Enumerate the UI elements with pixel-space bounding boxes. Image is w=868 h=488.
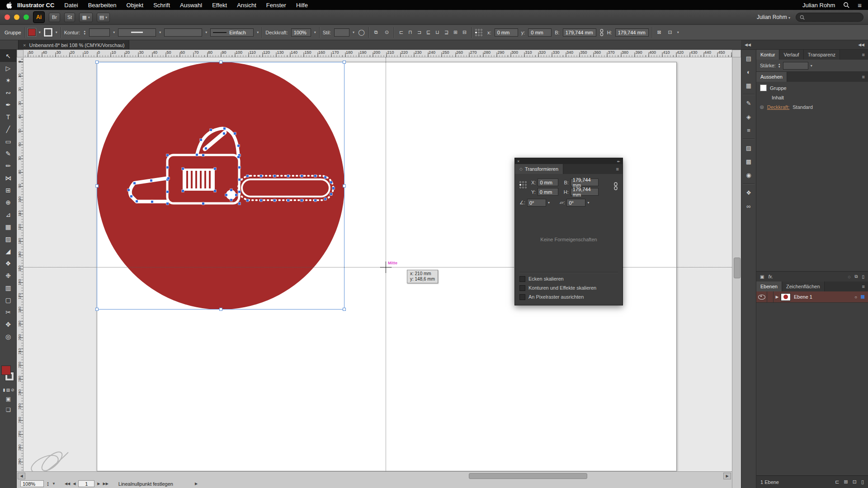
menu-item-objekt[interactable]: Objekt [122, 2, 149, 9]
rectangle-tool[interactable]: ▭ [0, 135, 16, 147]
tab-aussehen[interactable]: Aussehen [756, 72, 787, 82]
bridge-button[interactable]: Br [49, 13, 60, 22]
edit-contents-icon[interactable]: ⊙ [383, 29, 391, 36]
shear-angle-field[interactable]: 0° [566, 199, 585, 206]
stroke-weight-field[interactable] [783, 62, 808, 70]
color-guide-panel-icon[interactable]: ◐ [743, 67, 754, 77]
fill-proxy-swatch[interactable] [2, 366, 10, 375]
brush-definition-dropdown[interactable] [164, 28, 202, 37]
brushes-panel-icon[interactable]: ✎ [743, 98, 754, 108]
checkbox[interactable] [519, 285, 525, 291]
transform-y-field[interactable]: 0 mm [538, 188, 558, 196]
tab-transformieren[interactable]: ◇ Transformieren [515, 164, 563, 174]
status-expand-icon[interactable]: ▶ [195, 482, 198, 486]
align-vertical-center-icon[interactable]: ⊔ [434, 29, 441, 36]
paintbrush-tool[interactable]: ✎ [0, 147, 16, 160]
tab-verlauf[interactable]: Verlauf [779, 50, 803, 60]
gradient-panel-icon[interactable]: ▨ [743, 143, 754, 153]
delete-item-icon[interactable]: ▯ [862, 274, 864, 279]
height-field[interactable]: 179,744 mm [615, 28, 649, 37]
checkbox[interactable] [519, 294, 525, 300]
shape-builder-tool[interactable]: ⊕ [0, 196, 16, 208]
zoom-window-button[interactable] [24, 14, 29, 20]
spotlight-search-icon[interactable] [843, 2, 849, 8]
tab-transparenz[interactable]: Transparenz [804, 50, 840, 60]
new-art-basic-appearance-icon[interactable]: ▣ [760, 274, 764, 279]
minimize-window-button[interactable] [14, 14, 19, 20]
zoom-stepper[interactable]: ▲▼ [47, 481, 49, 487]
stroke-weight-stepper[interactable]: ▲▼ [83, 30, 86, 35]
chevron-down-icon[interactable]: ▾ [587, 201, 589, 205]
panel-menu-icon[interactable]: ≡ [859, 284, 868, 289]
horizontal-scrollbar-thumb[interactable] [469, 473, 587, 479]
appbar-user-menu[interactable]: Julian Rohm ▾ [757, 14, 790, 20]
target-circle-icon[interactable]: ○ [854, 295, 857, 300]
x-position-field[interactable]: 0 mm [495, 28, 518, 37]
recolor-artwork-icon[interactable]: ◯ [358, 29, 365, 36]
resize-handle-nw[interactable] [95, 61, 99, 64]
layer-name[interactable]: Ebene 1 [794, 294, 854, 300]
app-search-input[interactable] [796, 13, 863, 22]
stroke-weight-field[interactable] [89, 28, 110, 37]
type-tool[interactable]: T [0, 111, 16, 123]
resize-handle-e[interactable] [343, 184, 346, 188]
new-sublayer-icon[interactable]: ⊞ [844, 479, 848, 485]
layer-thumbnail[interactable] [781, 293, 791, 301]
appearance-row-group[interactable]: Gruppe [756, 83, 868, 93]
notification-center-icon[interactable]: ≡ [858, 1, 862, 9]
stock-button[interactable]: St [64, 13, 75, 22]
stroke-weight-stepper[interactable]: ▲▼ [778, 63, 781, 68]
align-horizontal-left-icon[interactable]: ⊏ [397, 29, 405, 36]
new-layer-icon[interactable]: ⊡ [853, 479, 857, 485]
appearance-panel-icon[interactable]: ◉ [743, 170, 754, 180]
chevron-down-icon[interactable]: ▾ [353, 30, 354, 34]
shear-icon[interactable]: ⊠ [656, 29, 663, 36]
reference-point-locator[interactable] [519, 181, 527, 197]
collapse-panel-icon[interactable]: ↞ [617, 159, 620, 164]
chevron-down-icon[interactable]: ▾ [677, 30, 679, 34]
graphic-styles-panel-icon[interactable]: ❖ [743, 188, 754, 197]
gradient-mode-button[interactable]: ▨ [6, 388, 10, 392]
resize-handle-w[interactable] [95, 184, 99, 188]
menu-item-datei[interactable]: Datei [59, 2, 83, 9]
selection-indicator[interactable] [861, 295, 864, 299]
panel-menu-icon[interactable]: ≡ [613, 166, 623, 172]
mesh-tool[interactable]: ▦ [0, 221, 16, 233]
menubar-user[interactable]: Julian Rohm [802, 2, 835, 9]
workspace-switcher-button[interactable]: ▤▾ [97, 13, 110, 22]
chevron-down-icon[interactable]: ▾ [257, 30, 259, 34]
symbol-sprayer-tool[interactable]: ❉ [0, 269, 16, 282]
y-position-field[interactable]: 0 mm [528, 28, 552, 37]
menu-item-hilfe[interactable]: Hilfe [291, 2, 313, 9]
perspective-grid-tool[interactable]: ⊿ [0, 208, 16, 221]
slice-tool[interactable]: ✂ [0, 306, 16, 318]
first-artboard-button[interactable]: ◀◀ [65, 482, 70, 486]
opacity-field[interactable]: 100% [291, 28, 311, 37]
width-field[interactable]: 179,744 mm [563, 28, 596, 37]
none-mode-button[interactable]: ⊘ [11, 388, 14, 392]
apple-logo[interactable] [6, 2, 12, 9]
resize-handle-ne[interactable] [343, 61, 346, 64]
close-document-icon[interactable]: × [23, 42, 26, 48]
previous-artboard-button[interactable]: ◀ [73, 482, 75, 486]
delete-layer-icon[interactable]: ▯ [861, 479, 864, 485]
align-horizontal-center-icon[interactable]: ⊓ [406, 29, 414, 36]
vertical-scrollbar-thumb[interactable] [734, 258, 741, 278]
checkbox[interactable] [519, 276, 525, 282]
direct-selection-tool[interactable]: ▷ [0, 62, 16, 74]
artboard-number-field[interactable]: 1 [78, 480, 94, 487]
transform-height-field[interactable]: 179,744 mm [571, 188, 599, 196]
hand-tool[interactable]: ✥ [0, 318, 16, 330]
column-graph-tool[interactable]: ▥ [0, 282, 16, 294]
change-screen-mode-icon[interactable]: ❏ [6, 407, 11, 413]
color-panel-icon[interactable]: ▤ [743, 53, 754, 63]
chevron-down-icon[interactable]: ▾ [548, 201, 550, 205]
tab-ebenen[interactable]: Ebenen [756, 282, 782, 291]
opacity-link[interactable]: Deckkraft: [767, 104, 790, 110]
scroll-left-button[interactable]: ◀ [18, 473, 25, 479]
fill-color-swatch[interactable] [28, 28, 36, 36]
stroke-color-swatch[interactable] [44, 28, 52, 37]
resize-handle-sw[interactable] [95, 308, 99, 311]
transform-x-field[interactable]: 0 mm [538, 178, 558, 186]
horizontal-ruler[interactable]: 5040302010010203040506070809010011012013… [24, 50, 732, 57]
